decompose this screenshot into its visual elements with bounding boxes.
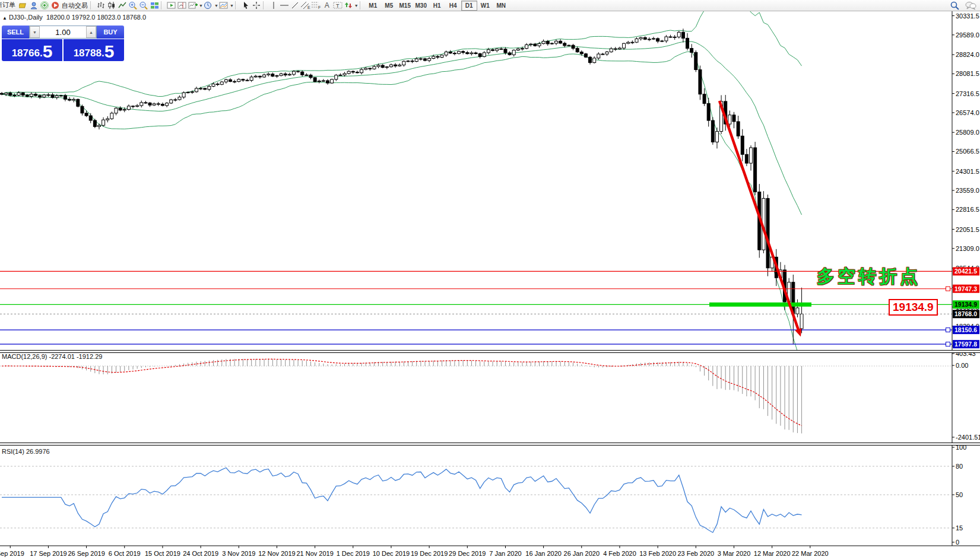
timeframe-group: M1M5M15M30H1H4D1W1MN — [365, 1, 509, 11]
support-zone-segment[interactable] — [709, 303, 811, 307]
svg-text:E: E — [307, 5, 310, 9]
price-axis[interactable]: 30331.529589.028824.028081.527316.526574… — [946, 11, 980, 546]
rsi-indicator-label: RSI(14) 26.9976 — [2, 448, 50, 455]
turning-point-annotation[interactable]: 多空转折点 — [817, 265, 921, 289]
level-price-label[interactable]: 19134.9 — [889, 299, 938, 316]
date-tick-label: 23 Feb 2020 — [677, 550, 714, 557]
timeframe-M5[interactable]: M5 — [381, 1, 397, 11]
rsi-line — [2, 468, 802, 533]
toolbar-separator — [360, 1, 363, 9]
horizontal-lines-layer[interactable] — [0, 271, 952, 344]
sell-price[interactable]: 18766.5 — [2, 39, 62, 61]
date-tick-label: 3 Nov 2019 — [222, 550, 255, 557]
new-order-button[interactable]: 新订单 — [0, 1, 18, 10]
sell-button[interactable]: SELL — [2, 26, 29, 39]
crosshair-icon[interactable] — [251, 1, 262, 10]
pane-separator-macd[interactable] — [0, 350, 980, 353]
line-chart-icon[interactable] — [117, 1, 128, 10]
macd-pane — [0, 359, 952, 434]
fibonacci-icon[interactable]: F — [311, 1, 322, 10]
trendline-arrowhead — [795, 328, 801, 336]
trendline-object[interactable] — [719, 101, 801, 337]
cursor-icon[interactable] — [240, 1, 251, 10]
text-label-icon[interactable]: T — [332, 1, 343, 10]
arrows-tool-icon[interactable] — [343, 1, 354, 10]
equidistant-channel-icon[interactable]: E — [300, 1, 311, 10]
template-icon[interactable] — [218, 1, 229, 10]
macd-scale-label: -2401.51 — [956, 434, 980, 441]
timeframe-M15[interactable]: M15 — [397, 1, 413, 11]
zoom-in-icon[interactable] — [128, 1, 138, 10]
timeframe-M1[interactable]: M1 — [365, 1, 381, 11]
chart-shift-icon[interactable] — [177, 1, 188, 10]
date-tick-label: 12 Mar 2020 — [754, 550, 791, 557]
price-tick-label: 25066.5 — [956, 148, 979, 155]
trendline-icon[interactable] — [290, 1, 300, 10]
scroll-chart-icon[interactable] — [18, 1, 28, 10]
rsi-scale-label: 15 — [956, 524, 963, 532]
timeframe-W1[interactable]: W1 — [477, 1, 493, 11]
volume-stepper: ▼ ▲ — [29, 26, 97, 39]
zoom-out-icon[interactable] — [138, 1, 149, 10]
svg-text:17597.8: 17597.8 — [954, 341, 977, 348]
volume-decrease-button[interactable]: ▼ — [30, 26, 40, 38]
volume-increase-button[interactable]: ▲ — [86, 26, 96, 38]
pane-separator-rsi[interactable] — [0, 443, 980, 446]
volume-input[interactable] — [40, 26, 86, 38]
timeframe-M30[interactable]: M30 — [413, 1, 429, 11]
arrows-dropdown[interactable]: ▼ — [354, 4, 359, 8]
symbol-period-label: DJ30-,Daily — [9, 14, 43, 21]
date-tick-label: Sep 2019 — [0, 550, 24, 557]
date-tick-label: 15 Oct 2019 — [145, 550, 180, 557]
price-tick-label: 26574.0 — [956, 109, 979, 116]
buy-price[interactable]: 18788.5 — [64, 39, 124, 61]
date-tick-label: 17 Sep 2019 — [30, 550, 66, 557]
autotrading-button[interactable]: 自动交易 — [61, 1, 89, 10]
svg-text:18768.0: 18768.0 — [954, 310, 977, 317]
timeframe-MN[interactable]: MN — [493, 1, 509, 11]
autotrading-icon[interactable] — [50, 1, 61, 10]
date-tick-label: 7 Jan 2020 — [489, 550, 521, 557]
bar-chart-icon[interactable] — [96, 1, 106, 10]
search-icon[interactable] — [949, 1, 960, 10]
collapse-marker-icon[interactable]: ▲ — [2, 15, 7, 21]
bollinger-band-m[interactable] — [2, 42, 802, 215]
price-tick-label: 21309.0 — [956, 245, 979, 252]
rsi-scale-label: 80 — [956, 463, 963, 470]
date-tick-label: 12 Nov 2019 — [258, 550, 295, 557]
bollinger-band-l[interactable] — [2, 52, 802, 364]
date-tick-label: 3 Mar 2020 — [718, 550, 751, 557]
price-tick-label: 22816.5 — [956, 206, 979, 213]
horizontal-line-icon[interactable] — [279, 1, 290, 10]
new-chart-icon[interactable] — [188, 1, 198, 10]
auto-scroll-icon[interactable] — [166, 1, 177, 10]
candlestick-chart-icon[interactable] — [106, 1, 117, 10]
chat-icon[interactable] — [965, 1, 976, 10]
periods-dropdown[interactable]: ▼ — [214, 4, 218, 8]
date-axis[interactable]: Sep 201917 Sep 201926 Sep 20196 Oct 2019… — [0, 546, 980, 557]
timeframe-D1[interactable]: D1 — [461, 1, 477, 11]
rsi-pane — [0, 466, 952, 533]
toolbar-separator — [235, 1, 239, 9]
buy-button[interactable]: BUY — [97, 26, 124, 39]
text-tool-icon[interactable]: A — [322, 1, 332, 10]
date-tick-label: 19 Dec 2019 — [411, 550, 448, 557]
macd-indicator-label: MACD(12,26,9) -2274.01 -1912.29 — [2, 353, 102, 360]
new-chart-dropdown[interactable]: ▼ — [199, 4, 203, 8]
template-dropdown[interactable]: ▼ — [230, 4, 234, 8]
tile-windows-icon[interactable] — [149, 1, 160, 10]
signal-icon[interactable] — [39, 1, 50, 10]
date-tick-label: 24 Oct 2019 — [183, 550, 218, 557]
price-tick-label: 23559.0 — [956, 187, 979, 194]
data-window-icon[interactable] — [28, 1, 39, 10]
price-tag-20421.5: 20421.5 — [953, 267, 979, 275]
timeframe-H1[interactable]: H1 — [429, 1, 445, 11]
price-tag-18768: 18768.0 — [953, 310, 979, 318]
date-tick-label: 22 Mar 2020 — [792, 550, 829, 557]
rsi-scale-label: 0 — [956, 539, 959, 546]
timeframe-H4[interactable]: H4 — [445, 1, 461, 11]
svg-text:T: T — [336, 3, 340, 9]
periods-clock-icon[interactable] — [203, 1, 214, 10]
main-toolbar: 新订单 自动交易 ▼ ▼ ▼ E F A T ▼ M1M5M15M30H1H4D… — [0, 0, 980, 11]
vertical-line-icon[interactable] — [268, 1, 279, 10]
